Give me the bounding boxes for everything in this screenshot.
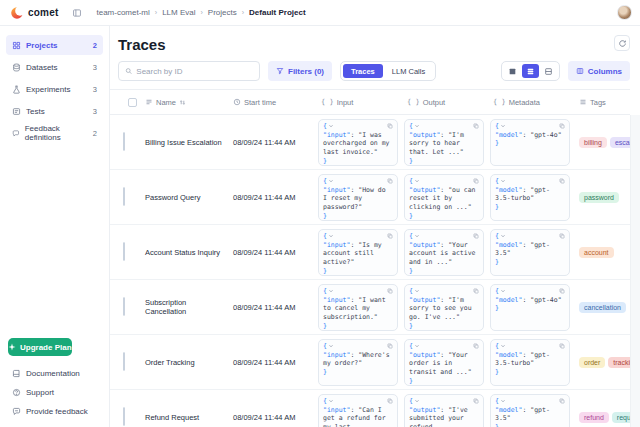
- trace-name[interactable]: Refund Request: [140, 413, 228, 422]
- column-header-metadata[interactable]: { } Metadata: [488, 98, 574, 107]
- chevron-down-icon[interactable]: [414, 398, 420, 404]
- trace-name[interactable]: Password Query: [140, 193, 228, 202]
- chevron-down-icon[interactable]: [500, 398, 506, 404]
- tab-traces[interactable]: Traces: [343, 64, 383, 78]
- density-compact-button[interactable]: [504, 64, 521, 78]
- tag[interactable]: refund: [579, 412, 609, 423]
- chevron-down-icon[interactable]: [414, 343, 420, 349]
- input-json-cell[interactable]: { "input": "Where's my order?" }: [318, 339, 398, 386]
- input-json-cell[interactable]: { "input": "Is my account still active?"…: [318, 229, 398, 276]
- copy-icon[interactable]: [387, 178, 393, 184]
- chevron-down-icon[interactable]: [414, 178, 420, 184]
- tag[interactable]: cancellation: [579, 302, 626, 313]
- density-default-button[interactable]: [522, 64, 539, 78]
- chevron-down-icon[interactable]: [414, 123, 420, 129]
- copy-icon[interactable]: [559, 178, 565, 184]
- column-header-output[interactable]: { } Output: [402, 98, 488, 107]
- metadata-json-cell[interactable]: { "model": "gpt-3.5-turbo" }: [490, 339, 570, 386]
- table-row[interactable]: Refund Request 08/09/24 11:44 AM { "inpu…: [110, 390, 630, 427]
- tag[interactable]: account: [579, 247, 614, 258]
- chevron-down-icon[interactable]: [328, 178, 334, 184]
- copy-icon[interactable]: [387, 398, 393, 404]
- trace-name[interactable]: Billing Issue Escalation: [140, 138, 228, 147]
- output-json-cell[interactable]: { "output": "ou can reset it by clicking…: [404, 174, 484, 221]
- chevron-down-icon[interactable]: [414, 288, 420, 294]
- chevron-down-icon[interactable]: [328, 288, 334, 294]
- column-header-start-time[interactable]: Start time: [228, 98, 316, 107]
- copy-icon[interactable]: [559, 343, 565, 349]
- sidebar-item-support[interactable]: Support: [6, 383, 103, 402]
- density-comfortable-button[interactable]: [540, 64, 557, 78]
- sidebar-item-projects[interactable]: Projects 2: [6, 35, 103, 55]
- tab-llm-calls[interactable]: LLM Calls: [384, 64, 433, 78]
- breadcrumb-projects[interactable]: Projects: [208, 8, 237, 17]
- tag[interactable]: order: [579, 357, 605, 368]
- upgrade-plan-button[interactable]: Upgrade Plan: [8, 338, 72, 356]
- input-json-cell[interactable]: { "input": "I want to cancel my subscrip…: [318, 284, 398, 331]
- output-json-cell[interactable]: { "output": "I'm sorry to hear that. Let…: [404, 119, 484, 166]
- output-json-cell[interactable]: { "output": "Your order is in transit an…: [404, 339, 484, 386]
- chevron-down-icon[interactable]: [500, 178, 506, 184]
- copy-icon[interactable]: [559, 233, 565, 239]
- output-json-cell[interactable]: { "output": "I'm sorry to see you go. I'…: [404, 284, 484, 331]
- sort-icon[interactable]: [179, 99, 186, 106]
- tag[interactable]: tracking: [608, 357, 630, 368]
- sidebar-item-documentation[interactable]: Documentation: [6, 364, 103, 383]
- table-row[interactable]: Password Query 08/09/24 11:44 AM { "inpu…: [110, 170, 630, 225]
- trace-name[interactable]: Subscription Cancellation: [140, 298, 228, 316]
- chevron-down-icon[interactable]: [500, 123, 506, 129]
- sidebar-item-tests[interactable]: Tests 3: [6, 101, 103, 121]
- vertical-scrollbar[interactable]: [630, 115, 640, 427]
- chevron-down-icon[interactable]: [500, 233, 506, 239]
- copy-icon[interactable]: [473, 233, 479, 239]
- input-json-cell[interactable]: { "input": "Can I get a refund for my la…: [318, 394, 398, 427]
- copy-icon[interactable]: [387, 233, 393, 239]
- trace-name[interactable]: Order Tracking: [140, 358, 228, 367]
- table-row[interactable]: Account Status Inquiry 08/09/24 11:44 AM…: [110, 225, 630, 280]
- column-header-tags[interactable]: Tags: [574, 98, 630, 107]
- tag[interactable]: escalation: [610, 137, 630, 148]
- sidebar-item-experiments[interactable]: Experiments 3: [6, 79, 103, 99]
- row-checkbox[interactable]: [123, 297, 125, 316]
- row-checkbox[interactable]: [123, 352, 125, 371]
- chevron-down-icon[interactable]: [414, 233, 420, 239]
- sidebar-collapse-icon[interactable]: [72, 8, 82, 18]
- copy-icon[interactable]: [387, 288, 393, 294]
- table-row[interactable]: Billing Issue Escalation 08/09/24 11:44 …: [110, 115, 630, 170]
- avatar[interactable]: [617, 5, 632, 20]
- sidebar-item-provide-feedback[interactable]: Provide feedback: [6, 402, 103, 421]
- search-input[interactable]: [136, 67, 253, 76]
- copy-icon[interactable]: [559, 398, 565, 404]
- row-checkbox[interactable]: [123, 242, 125, 261]
- metadata-json-cell[interactable]: { "model": "gpt-3.5" }: [490, 229, 570, 276]
- refresh-button[interactable]: [614, 35, 630, 51]
- output-json-cell[interactable]: { "output": "I've submitted your refund …: [404, 394, 484, 427]
- metadata-json-cell[interactable]: { "model": "gpt-4o" }: [490, 119, 570, 166]
- breadcrumb-section[interactable]: LLM Eval: [162, 8, 195, 17]
- copy-icon[interactable]: [473, 178, 479, 184]
- sidebar-item-datasets[interactable]: Datasets 3: [6, 57, 103, 77]
- copy-icon[interactable]: [559, 288, 565, 294]
- trace-name[interactable]: Account Status Inquiry: [140, 248, 228, 257]
- tag[interactable]: password: [579, 192, 619, 203]
- metadata-json-cell[interactable]: { "model": "gpt-3.5-turbo" }: [490, 174, 570, 221]
- sidebar-item-feedback-definitions[interactable]: Feedback definitions 2: [6, 123, 103, 143]
- input-json-cell[interactable]: { "input": "I was overcharged on my last…: [318, 119, 398, 166]
- breadcrumb-workspace[interactable]: team-comet-ml: [96, 8, 149, 17]
- tag[interactable]: billing: [579, 137, 607, 148]
- output-json-cell[interactable]: { "output": "Your account is active and …: [404, 229, 484, 276]
- table-row[interactable]: Order Tracking 08/09/24 11:44 AM { "inpu…: [110, 335, 630, 390]
- chevron-down-icon[interactable]: [500, 343, 506, 349]
- table-row[interactable]: Subscription Cancellation 08/09/24 11:44…: [110, 280, 630, 335]
- tag[interactable]: request: [612, 412, 630, 423]
- chevron-down-icon[interactable]: [500, 288, 506, 294]
- copy-icon[interactable]: [473, 123, 479, 129]
- row-checkbox[interactable]: [123, 132, 125, 151]
- copy-icon[interactable]: [473, 398, 479, 404]
- column-header-name[interactable]: Name: [140, 98, 228, 107]
- chevron-down-icon[interactable]: [328, 398, 334, 404]
- copy-icon[interactable]: [387, 123, 393, 129]
- column-header-input[interactable]: { } Input: [316, 98, 402, 107]
- row-checkbox[interactable]: [123, 407, 125, 426]
- metadata-json-cell[interactable]: { "model": "gpt-4o" }: [490, 284, 570, 331]
